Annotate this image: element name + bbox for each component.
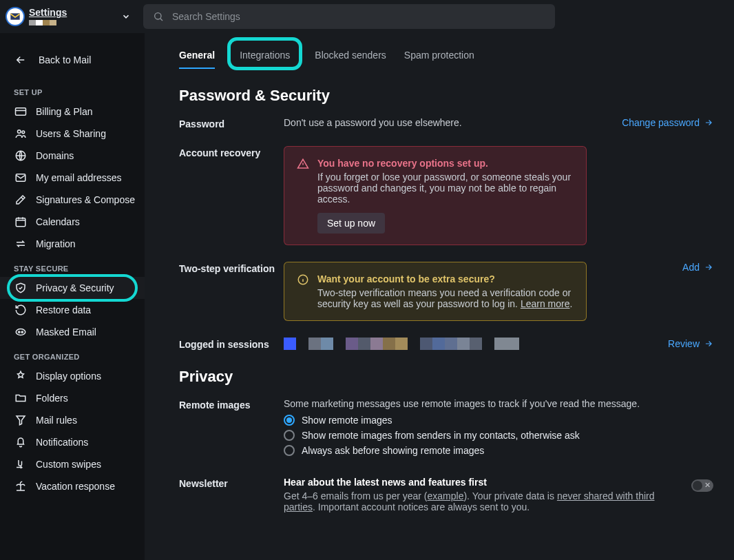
sidebar-item-vacation[interactable]: Vacation response (0, 475, 145, 497)
section-secure: STAY SECURE (0, 255, 145, 277)
recovery-text: If you forget or lose your password, or … (317, 172, 574, 205)
row-remote-images: Remote images Some marketing messages us… (179, 398, 713, 460)
compose-icon (14, 194, 28, 206)
svg-point-9 (21, 331, 23, 333)
svg-point-0 (155, 13, 161, 19)
brand: Settings (6, 7, 143, 26)
arrow-right-icon (704, 262, 713, 272)
password-label: Password (179, 117, 284, 129)
info-icon (297, 273, 309, 309)
tab-spam-protection[interactable]: Spam protection (404, 40, 474, 69)
sidebar-item-notifications[interactable]: Notifications (0, 431, 145, 453)
brand-swatches (29, 20, 67, 25)
sidebar-item-addresses[interactable]: My email addresses (0, 167, 145, 189)
newsletter-text: Get 4–6 emails from us per year (example… (284, 490, 680, 512)
recovery-title: You have no recovery options set up. (317, 158, 574, 169)
sidebar-item-masked-email[interactable]: Masked Email (0, 321, 145, 343)
recovery-alert: You have no recovery options set up. If … (284, 146, 587, 245)
sidebar-item-folders[interactable]: Folders (0, 387, 145, 409)
users-icon (14, 127, 28, 140)
search-input[interactable] (172, 11, 545, 22)
sidebar-item-swipes[interactable]: Custom swipes (0, 453, 145, 475)
sidebar-item-billing[interactable]: Billing & Plan (0, 101, 145, 123)
arrow-right-icon (704, 118, 713, 127)
remote-opt-0[interactable]: Show remote images (284, 415, 713, 426)
chevron-down-icon[interactable] (121, 12, 131, 21)
row-sessions: Logged in sessions Review (179, 338, 713, 350)
sidebar-item-privacy-security[interactable]: Privacy & Security (0, 277, 145, 299)
row-recovery: Account recovery You have no recovery op… (179, 146, 713, 245)
sidebar-item-rules[interactable]: Mail rules (0, 409, 145, 431)
newsletter-title: Hear about the latest news and features … (284, 477, 680, 488)
privacy-heading: Privacy (179, 368, 713, 386)
newsletter-toggle[interactable]: ✕ (691, 479, 713, 492)
sidebar-item-restore[interactable]: Restore data (0, 299, 145, 321)
restore-icon (14, 304, 28, 316)
tab-integrations[interactable]: Integrations (233, 40, 297, 69)
sessions-swatches (284, 338, 657, 350)
arrow-right-icon (704, 339, 713, 349)
back-to-mail[interactable]: Back to Mail (0, 41, 145, 79)
change-password-link[interactable]: Change password (622, 117, 713, 128)
app-logo (6, 7, 25, 26)
recovery-label: Account recovery (179, 146, 284, 245)
review-sessions-link[interactable]: Review (668, 338, 713, 349)
sidebar-item-calendars[interactable]: Calendars (0, 211, 145, 233)
twostep-alert: Want your account to be extra secure? Tw… (284, 262, 587, 321)
warning-icon (297, 158, 309, 234)
mask-icon (14, 326, 28, 338)
learn-more-link[interactable]: Learn more (521, 298, 570, 309)
section-organized: GET ORGANIZED (0, 343, 145, 365)
svg-point-2 (18, 130, 21, 134)
sidebar-item-display[interactable]: Display options (0, 365, 145, 387)
remote-desc: Some marketing messages use remote image… (284, 398, 713, 409)
sidebar: Back to Mail SET UP Billing & Plan Users… (0, 33, 145, 560)
search-container[interactable] (143, 4, 555, 29)
remote-label: Remote images (179, 398, 284, 460)
display-icon (14, 370, 28, 382)
tab-general[interactable]: General (179, 40, 215, 69)
mail-icon (14, 172, 28, 184)
setup-now-button[interactable]: Set up now (317, 213, 385, 234)
calendar-icon (14, 216, 28, 228)
card-icon (14, 105, 28, 118)
toggle-off-icon: ✕ (704, 481, 711, 490)
swipe-icon (14, 458, 28, 470)
row-twostep: Two-step verification Want your account … (179, 262, 713, 321)
section-setup: SET UP (0, 79, 145, 101)
twostep-text: Two-step verification means you need a v… (317, 287, 574, 309)
tab-blocked-senders[interactable]: Blocked senders (315, 40, 386, 69)
radio-icon (284, 445, 295, 456)
svg-point-3 (22, 131, 25, 134)
row-newsletter: Newsletter Hear about the latest news an… (179, 477, 713, 512)
tabs: General Integrations Blocked senders Spa… (179, 33, 713, 69)
remote-opt-1[interactable]: Show remote images from senders in my co… (284, 430, 713, 441)
svg-rect-1 (16, 108, 26, 116)
radio-icon (284, 415, 295, 426)
sidebar-item-migration[interactable]: Migration (0, 233, 145, 255)
example-link[interactable]: example (428, 490, 464, 501)
sidebar-item-domains[interactable]: Domains (0, 145, 145, 167)
add-twostep-link[interactable]: Add (682, 262, 713, 273)
newsletter-label: Newsletter (179, 477, 284, 512)
security-heading: Password & Security (179, 87, 713, 105)
radio-icon (284, 430, 295, 441)
svg-rect-6 (16, 218, 25, 227)
back-label: Back to Mail (39, 54, 91, 65)
remote-opt-2[interactable]: Always ask before showing remote images (284, 445, 713, 456)
row-password: Password Don't use a password you use el… (179, 117, 713, 129)
search-icon (153, 11, 164, 22)
sidebar-item-signatures[interactable]: Signatures & Compose (0, 189, 145, 211)
bell-icon (14, 436, 28, 448)
sessions-label: Logged in sessions (179, 338, 284, 350)
twostep-label: Two-step verification (179, 262, 284, 321)
palm-icon (14, 480, 28, 492)
folder-icon (14, 392, 28, 404)
password-desc: Don't use a password you use elsewhere. (284, 117, 611, 129)
twostep-title: Want your account to be extra secure? (317, 273, 574, 284)
filter-icon (14, 414, 28, 426)
toggle-knob (693, 481, 702, 490)
sidebar-item-users[interactable]: Users & Sharing (0, 123, 145, 145)
main-content: General Integrations Blocked senders Spa… (145, 33, 734, 560)
app-title[interactable]: Settings (29, 8, 67, 17)
